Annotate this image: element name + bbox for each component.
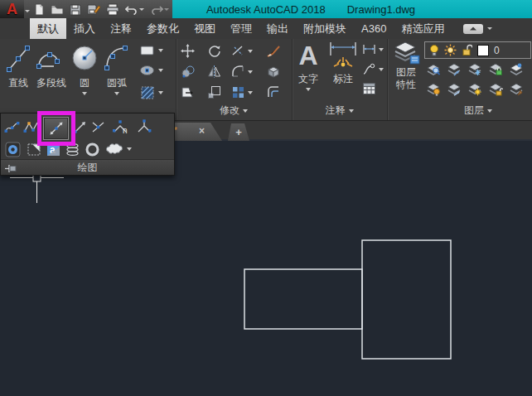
trim-icon xyxy=(231,44,245,58)
helix-button[interactable] xyxy=(65,142,80,161)
multiple-points-button[interactable] xyxy=(90,120,106,138)
layer-dropdown[interactable]: 0 xyxy=(424,41,531,59)
mirror-button[interactable] xyxy=(207,65,221,79)
layer-restore-icon[interactable] xyxy=(447,62,462,76)
redo-button[interactable] xyxy=(150,3,169,15)
scale-button[interactable] xyxy=(207,85,221,99)
revision-cloud-dropdown-icon[interactable] xyxy=(127,147,132,151)
linear-dimension-button[interactable] xyxy=(362,43,384,56)
text-dropdown-icon[interactable] xyxy=(306,88,311,91)
dimension-button[interactable]: 标注 xyxy=(326,41,360,86)
ellipse-button[interactable] xyxy=(139,64,163,77)
layer-properties-button[interactable]: 图层 特性 xyxy=(390,41,422,90)
layer-thaw-icon[interactable] xyxy=(467,82,482,96)
ellipse-dropdown-icon[interactable] xyxy=(158,69,163,72)
tab-a360[interactable]: A360 xyxy=(354,18,394,39)
table-button[interactable] xyxy=(362,82,376,95)
revision-cloud-button[interactable] xyxy=(105,142,132,156)
arc-button[interactable]: 圆弧 xyxy=(101,41,133,95)
array-dropdown-icon[interactable] xyxy=(248,91,253,94)
polyline-button[interactable]: 多段线 xyxy=(33,41,70,90)
rectangle-dropdown-icon[interactable] xyxy=(158,49,163,52)
modify-panel-label[interactable]: 修改 xyxy=(177,104,291,118)
ribbon-minimize-icon[interactable] xyxy=(463,24,483,34)
layer-lock-icon[interactable] xyxy=(488,62,503,76)
new-file-button[interactable] xyxy=(33,3,45,16)
tab-close-icon[interactable]: × xyxy=(199,125,205,137)
spline-cv-button[interactable] xyxy=(23,120,39,138)
open-file-button[interactable] xyxy=(51,3,64,16)
move-button[interactable] xyxy=(181,44,195,58)
offset-button[interactable] xyxy=(266,85,281,99)
drawn-rectangle-right[interactable] xyxy=(362,240,451,359)
tab-output[interactable]: 输出 xyxy=(259,18,296,39)
drawn-rectangle-left[interactable] xyxy=(244,269,362,329)
layer-freeze-icon[interactable] xyxy=(467,62,482,76)
tab-parametric[interactable]: 参数化 xyxy=(139,18,186,39)
explode-button[interactable] xyxy=(266,65,281,79)
trim-button[interactable] xyxy=(231,44,253,58)
tab-addins[interactable]: 附加模块 xyxy=(296,18,354,39)
tab-view[interactable]: 视图 xyxy=(186,18,223,39)
linear-dimension-icon xyxy=(362,43,376,56)
spline-fit-button[interactable] xyxy=(4,120,20,138)
construction-line-button[interactable] xyxy=(43,117,69,140)
save-as-button[interactable] xyxy=(87,3,100,16)
circle-button[interactable]: 圆 xyxy=(70,41,99,95)
ribbon-toggle-caret-icon[interactable] xyxy=(487,27,492,30)
plot-button[interactable] xyxy=(106,3,119,16)
region-button[interactable] xyxy=(27,142,42,161)
array-button[interactable] xyxy=(231,85,253,99)
tab-insert[interactable]: 插入 xyxy=(66,18,103,39)
leader-dropdown-icon[interactable] xyxy=(379,68,384,71)
pin-flyout-button[interactable] xyxy=(4,162,17,177)
fillet-button[interactable] xyxy=(231,65,253,79)
text-button[interactable]: A 文字 xyxy=(294,41,322,91)
layer-off-icon[interactable] xyxy=(426,82,441,96)
new-drawing-tab-button[interactable]: + xyxy=(228,123,249,141)
annotate-panel-label[interactable]: 注释 xyxy=(293,104,386,118)
measure-button[interactable] xyxy=(136,118,154,138)
stretch-button[interactable] xyxy=(181,85,196,99)
modify-panel-label-text: 修改 xyxy=(220,104,239,118)
rotate-button[interactable] xyxy=(207,44,221,58)
arc-dropdown-icon[interactable] xyxy=(114,92,119,95)
save-button[interactable] xyxy=(70,3,81,16)
undo-caret-icon[interactable] xyxy=(139,8,144,11)
divide-button[interactable]: n xyxy=(112,118,132,138)
divide-n-glyph: n xyxy=(123,126,128,135)
layer-previous-icon[interactable] xyxy=(509,82,524,96)
trim-dropdown-icon[interactable] xyxy=(248,50,253,53)
donut-button[interactable] xyxy=(85,142,100,161)
boundary-button[interactable] xyxy=(5,142,21,161)
ray-button[interactable] xyxy=(73,119,87,138)
layers-panel-label[interactable]: 图层 xyxy=(424,104,532,118)
tab-featured-apps[interactable]: 精选应用 xyxy=(394,18,452,39)
application-menu-caret-icon[interactable] xyxy=(25,10,30,12)
wipeout-button[interactable]: a xyxy=(46,142,61,161)
leader-button[interactable] xyxy=(362,63,384,75)
redo-caret-icon[interactable] xyxy=(164,8,169,11)
rectangle-button[interactable] xyxy=(139,44,163,57)
line-button[interactable]: 直线 xyxy=(3,41,33,90)
layer-unlock-icon[interactable] xyxy=(488,82,503,96)
fillet-dropdown-icon[interactable] xyxy=(248,70,253,74)
tab-default[interactable]: 默认 xyxy=(30,18,66,39)
circle-dropdown-icon[interactable] xyxy=(82,92,87,95)
tab-annotate[interactable]: 注释 xyxy=(103,18,139,39)
draw-panel-label[interactable]: 绘图 xyxy=(78,161,98,175)
layer-isolate-icon[interactable] xyxy=(426,62,441,76)
linear-dimension-dropdown-icon[interactable] xyxy=(379,48,384,51)
undo-button[interactable] xyxy=(125,3,144,15)
hatch-dropdown-icon[interactable] xyxy=(158,91,163,94)
hatch-button[interactable] xyxy=(139,85,163,101)
layer-match-icon[interactable] xyxy=(447,82,462,96)
application-menu-button[interactable]: A xyxy=(0,0,24,18)
drawing-canvas[interactable] xyxy=(0,141,532,396)
layer-color-swatch[interactable] xyxy=(477,45,489,56)
erase-button[interactable] xyxy=(266,44,281,58)
ribbon-display-toggle[interactable] xyxy=(463,18,492,39)
copy-button[interactable] xyxy=(181,65,196,79)
layer-make-current-icon[interactable] xyxy=(509,62,524,76)
tab-manage[interactable]: 管理 xyxy=(223,18,259,39)
